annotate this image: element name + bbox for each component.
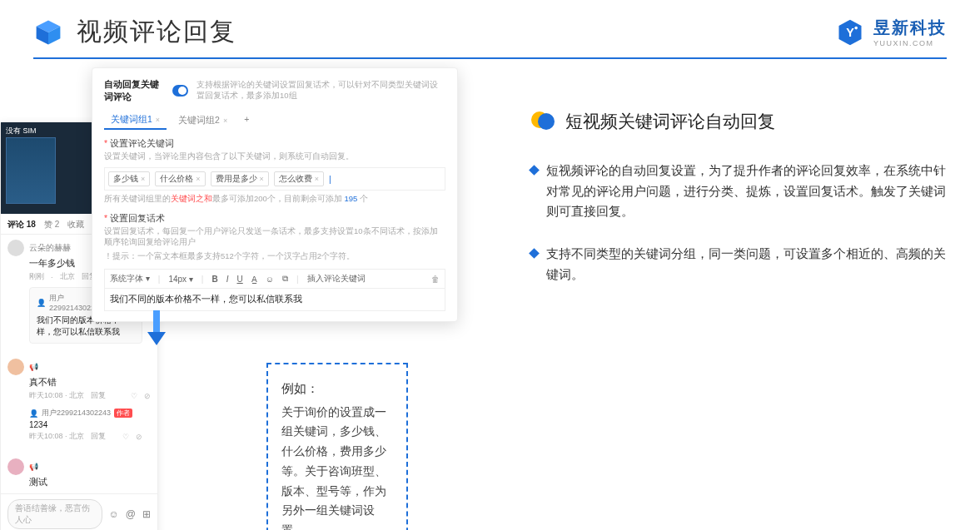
page-title: 视频评论回复 [77, 15, 236, 49]
image-icon[interactable]: ⊞ [142, 508, 151, 520]
chat-bubble-icon [530, 109, 555, 134]
underline-button[interactable]: U [236, 275, 242, 284]
keyword-tag[interactable]: 怎么收费× [274, 171, 324, 186]
tab-comments[interactable]: 评论 18 [7, 219, 36, 230]
reply-content-editor[interactable]: 我们不同的版本价格不一样，您可以私信联系我 [104, 289, 445, 311]
comment-meta: 昨天10:08 · 北京 [29, 390, 84, 401]
bullet-item: 支持不同类型的关键词分组，同一类问题，可设置多个相近的、高频的关键词。 [530, 244, 955, 285]
emoji-icon[interactable]: ☺ [109, 508, 119, 520]
right-column: 短视频关键词评论自动回复 短视频评论的自动回复设置，为了提升作者的评论回复效率，… [530, 109, 963, 306]
tab-favorites[interactable]: 收藏 [67, 219, 84, 230]
reply-username: 用户2299214302243 [42, 408, 111, 419]
dislike-icon[interactable]: ⊘ [136, 433, 142, 441]
auto-reply-toggle[interactable] [172, 85, 188, 97]
close-icon[interactable]: × [156, 116, 160, 124]
insert-keyword-button[interactable]: 插入评论关键词 [307, 273, 366, 285]
emoji-button[interactable]: ☺ [266, 275, 274, 284]
comment-item: 📢 测试 [1, 453, 157, 493]
keyword-count-note: 所有关键词组里的关键词之和最多可添加200个，目前剩余可添加 195 个 [104, 194, 445, 205]
cursor: | [329, 174, 331, 184]
brand-sub: YUUXIN.COM [873, 39, 947, 47]
example-title: 例如： [281, 378, 393, 399]
keyword-tag-input[interactable]: 多少钱× 什么价格× 费用是多少× 怎么收费× | [104, 167, 445, 191]
keyword-tag[interactable]: 多少钱× [108, 171, 150, 186]
tab-keyword-group-1[interactable]: 关键词组1× [104, 111, 167, 130]
comment-location: 北京 [60, 271, 75, 282]
dislike-icon[interactable]: ⊘ [144, 392, 151, 400]
brand-hex-icon: Y [835, 17, 865, 47]
header: 视频评论回复 Y 昱新科技 YUUXIN.COM [0, 0, 980, 57]
settings-title: 自动回复关键词评论 [104, 78, 164, 103]
svg-text:Y: Y [846, 26, 854, 39]
comment-text: 测试 [29, 477, 151, 488]
avatar [7, 240, 24, 256]
size-select[interactable]: 14px ▾ [168, 275, 192, 284]
field-tip: ！提示：一个富文本框最多支持512个字符，一个汉字占用2个字符。 [104, 251, 445, 262]
author-reply-bubble: 👤 用户2299214302243 作者 1234 昨天10:08 · 北京回复… [29, 406, 142, 443]
keyword-tag[interactable]: 费用是多少× [211, 171, 269, 186]
bold-button[interactable]: B [211, 275, 217, 284]
svg-point-9 [538, 113, 555, 130]
speaker-icon: 📢 [29, 363, 38, 371]
comment-input-bar: 善语结善缘，恶言伤人心 ☺ @ ⊞ [1, 493, 157, 530]
close-icon[interactable]: × [315, 175, 319, 183]
bullet-item: 短视频评论的自动回复设置，为了提升作者的评论回复效率，在系统中针对常见的评论用户… [530, 161, 955, 222]
reply-link[interactable]: 回复 [91, 431, 106, 442]
keyword-tag[interactable]: 什么价格× [155, 171, 205, 186]
example-body: 关于询价的设置成一组关键词，多少钱、什么价格，费用多少等。关于咨询班型、版本、型… [281, 403, 393, 531]
person-icon: 👤 [29, 409, 38, 418]
avatar [7, 359, 24, 375]
speaker-icon: 📢 [29, 463, 38, 471]
section-title: 短视频关键词评论自动回复 [565, 110, 775, 133]
font-select[interactable]: 系统字体 ▾ [110, 273, 150, 285]
tab-keyword-group-2[interactable]: 关键词组2× [172, 111, 234, 130]
reply-link[interactable]: 回复 [91, 390, 106, 401]
add-group-button[interactable]: + [239, 111, 254, 130]
header-divider [33, 57, 947, 59]
comment-text: 真不错 [29, 377, 151, 389]
tab-likes[interactable]: 赞 2 [44, 219, 59, 230]
video-thumbnail [6, 137, 56, 204]
svg-rect-6 [153, 310, 160, 332]
field-desc-keywords: 设置关键词，当评论里内容包含了以下关键词，则系统可自动回复。 [104, 151, 445, 162]
italic-button[interactable]: I [226, 275, 229, 284]
keyword-group-tabs: 关键词组1× 关键词组2× + [104, 111, 445, 130]
diamond-bullet-icon [529, 248, 540, 259]
svg-marker-7 [147, 332, 166, 345]
close-icon[interactable]: × [223, 116, 227, 125]
svg-point-5 [854, 26, 858, 29]
field-label-reply: *设置回复话术 [104, 213, 445, 225]
settings-panel: 自动回复关键词评论 支持根据评论的关键词设置回复话术，可以针对不同类型关键词设置… [92, 67, 458, 322]
cube-icon [33, 17, 63, 47]
brand-logo-block: Y 昱新科技 YUUXIN.COM [835, 17, 947, 47]
comment-input[interactable]: 善语结善缘，恶言伤人心 [7, 499, 102, 529]
reply-text: 1234 [29, 420, 142, 429]
close-icon[interactable]: × [196, 175, 200, 183]
diamond-bullet-icon [529, 165, 540, 176]
arrow-down-icon [146, 310, 167, 347]
delete-button[interactable]: 🗑 [431, 275, 440, 284]
at-icon[interactable]: @ [126, 508, 136, 520]
author-badge: 作者 [114, 409, 132, 418]
close-icon[interactable]: × [260, 175, 264, 183]
comment-meta: 昨天10:08 · 北京 [29, 431, 84, 442]
avatar [7, 458, 24, 475]
example-box: 例如： 关于询价的设置成一组关键词，多少钱、什么价格，费用多少等。关于咨询班型、… [266, 363, 408, 530]
color-button[interactable]: A̲ [251, 275, 257, 284]
person-icon: 👤 [37, 299, 46, 307]
comment-time: 刚刚 [29, 271, 44, 282]
brand-name: 昱新科技 [873, 17, 947, 39]
link-button[interactable]: ⧉ [282, 274, 288, 284]
close-icon[interactable]: × [141, 175, 145, 183]
settings-desc: 支持根据评论的关键词设置回复话术，可以针对不同类型关键词设置回复话术，最多添加1… [196, 80, 445, 102]
field-desc-reply: 设置回复话术，每回复一个用户评论只发送一条话术，最多支持设置10条不同话术，按添… [104, 226, 445, 248]
heart-icon[interactable]: ♡ [122, 433, 129, 441]
rich-text-toolbar: 系统字体 ▾ | 14px ▾ | B I U A̲ ☺ ⧉ | 插入评论关键词… [104, 269, 445, 289]
field-label-keywords: *设置评论关键词 [104, 138, 445, 150]
heart-icon[interactable]: ♡ [131, 392, 137, 400]
comment-item: 📢 真不错 昨天10:08 · 北京回复♡⊘ 👤 用户2299214302243… [1, 354, 157, 453]
comment-username: 云朵的赫赫 [29, 242, 71, 254]
status-left: 没有 SIM [6, 126, 37, 136]
